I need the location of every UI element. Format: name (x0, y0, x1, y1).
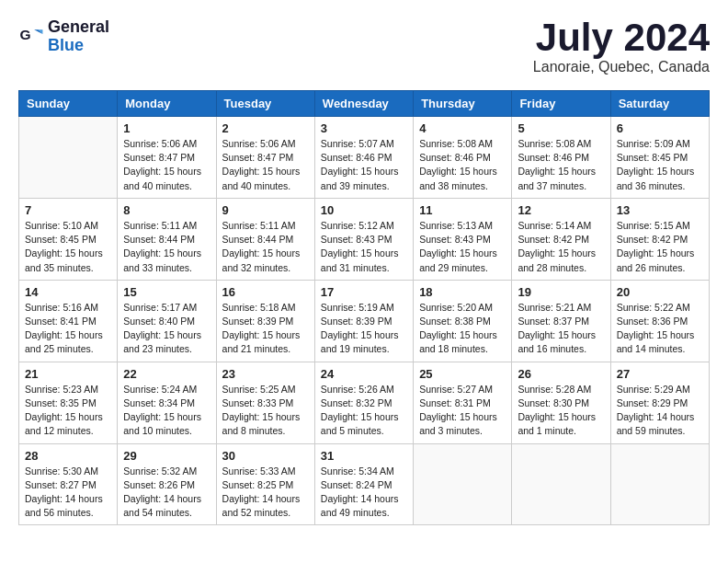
day-number: 11 (419, 203, 506, 217)
day-number: 23 (222, 367, 309, 381)
day-info: Sunrise: 5:06 AM Sunset: 8:47 PM Dayligh… (123, 137, 210, 193)
day-number: 13 (617, 203, 703, 217)
day-info: Sunrise: 5:27 AM Sunset: 8:31 PM Dayligh… (419, 383, 506, 439)
day-number: 24 (321, 367, 407, 381)
calendar-cell: 24Sunrise: 5:26 AM Sunset: 8:32 PM Dayli… (314, 362, 413, 443)
calendar-cell: 15Sunrise: 5:17 AM Sunset: 8:40 PM Dayli… (118, 280, 216, 362)
calendar-cell (414, 443, 512, 525)
calendar-cell: 8Sunrise: 5:11 AM Sunset: 8:44 PM Daylig… (118, 198, 216, 280)
calendar-cell: 28Sunrise: 5:30 AM Sunset: 8:27 PM Dayli… (19, 443, 118, 525)
day-number: 14 (25, 285, 111, 299)
day-number: 22 (123, 367, 210, 381)
day-number: 18 (419, 285, 506, 299)
day-info: Sunrise: 5:29 AM Sunset: 8:29 PM Dayligh… (617, 383, 703, 439)
day-number: 20 (617, 285, 703, 299)
calendar-cell: 22Sunrise: 5:24 AM Sunset: 8:34 PM Dayli… (118, 362, 216, 443)
calendar-cell: 17Sunrise: 5:19 AM Sunset: 8:39 PM Dayli… (314, 280, 413, 362)
day-number: 27 (617, 367, 703, 381)
day-info: Sunrise: 5:34 AM Sunset: 8:24 PM Dayligh… (321, 465, 407, 521)
day-info: Sunrise: 5:28 AM Sunset: 8:30 PM Dayligh… (518, 383, 604, 439)
day-number: 2 (222, 121, 309, 135)
col-monday: Monday (118, 91, 216, 117)
calendar-cell: 9Sunrise: 5:11 AM Sunset: 8:44 PM Daylig… (216, 198, 314, 280)
calendar-cell: 27Sunrise: 5:29 AM Sunset: 8:29 PM Dayli… (610, 362, 709, 443)
calendar-cell (512, 443, 610, 525)
day-number: 19 (518, 285, 604, 299)
calendar-cell: 5Sunrise: 5:08 AM Sunset: 8:46 PM Daylig… (512, 117, 610, 199)
calendar-cell: 18Sunrise: 5:20 AM Sunset: 8:38 PM Dayli… (414, 280, 512, 362)
title-section: July 2024 Lanoraie, Quebec, Canada (533, 18, 710, 75)
day-info: Sunrise: 5:10 AM Sunset: 8:45 PM Dayligh… (25, 219, 111, 275)
calendar-cell (610, 443, 709, 525)
day-number: 31 (321, 449, 407, 463)
week-row-5: 28Sunrise: 5:30 AM Sunset: 8:27 PM Dayli… (19, 443, 710, 525)
logo-icon: G (18, 24, 44, 50)
calendar-cell: 31Sunrise: 5:34 AM Sunset: 8:24 PM Dayli… (314, 443, 413, 525)
calendar-cell: 11Sunrise: 5:13 AM Sunset: 8:43 PM Dayli… (414, 198, 512, 280)
day-number: 5 (518, 121, 604, 135)
calendar-table: Sunday Monday Tuesday Wednesday Thursday… (18, 90, 710, 525)
day-info: Sunrise: 5:16 AM Sunset: 8:41 PM Dayligh… (25, 301, 111, 357)
day-number: 6 (617, 121, 703, 135)
header-row: Sunday Monday Tuesday Wednesday Thursday… (19, 91, 710, 117)
day-info: Sunrise: 5:25 AM Sunset: 8:33 PM Dayligh… (222, 383, 309, 439)
day-number: 1 (123, 121, 210, 135)
calendar-cell: 30Sunrise: 5:33 AM Sunset: 8:25 PM Dayli… (216, 443, 314, 525)
day-info: Sunrise: 5:33 AM Sunset: 8:25 PM Dayligh… (222, 465, 309, 521)
calendar-cell: 12Sunrise: 5:14 AM Sunset: 8:42 PM Dayli… (512, 198, 610, 280)
logo: G General Blue (18, 18, 109, 55)
calendar-cell: 7Sunrise: 5:10 AM Sunset: 8:45 PM Daylig… (19, 198, 118, 280)
calendar-cell: 13Sunrise: 5:15 AM Sunset: 8:42 PM Dayli… (610, 198, 709, 280)
page-header: G General Blue July 2024 Lanoraie, Quebe… (18, 18, 710, 75)
calendar-cell: 25Sunrise: 5:27 AM Sunset: 8:31 PM Dayli… (414, 362, 512, 443)
day-number: 21 (25, 367, 111, 381)
day-info: Sunrise: 5:07 AM Sunset: 8:46 PM Dayligh… (321, 137, 407, 193)
day-info: Sunrise: 5:22 AM Sunset: 8:36 PM Dayligh… (617, 301, 703, 357)
day-info: Sunrise: 5:08 AM Sunset: 8:46 PM Dayligh… (518, 137, 604, 193)
calendar-cell: 26Sunrise: 5:28 AM Sunset: 8:30 PM Dayli… (512, 362, 610, 443)
logo-blue: Blue (48, 36, 84, 54)
day-number: 28 (25, 449, 111, 463)
svg-text:G: G (20, 27, 31, 42)
calendar-cell: 29Sunrise: 5:32 AM Sunset: 8:26 PM Dayli… (118, 443, 216, 525)
day-info: Sunrise: 5:06 AM Sunset: 8:47 PM Dayligh… (222, 137, 309, 193)
day-info: Sunrise: 5:23 AM Sunset: 8:35 PM Dayligh… (25, 383, 111, 439)
logo-general: General (48, 17, 109, 36)
day-info: Sunrise: 5:24 AM Sunset: 8:34 PM Dayligh… (123, 383, 210, 439)
day-info: Sunrise: 5:14 AM Sunset: 8:42 PM Dayligh… (518, 219, 604, 275)
day-number: 17 (321, 285, 407, 299)
day-info: Sunrise: 5:21 AM Sunset: 8:37 PM Dayligh… (518, 301, 604, 357)
calendar-cell: 23Sunrise: 5:25 AM Sunset: 8:33 PM Dayli… (216, 362, 314, 443)
day-number: 26 (518, 367, 604, 381)
calendar-cell: 20Sunrise: 5:22 AM Sunset: 8:36 PM Dayli… (610, 280, 709, 362)
day-info: Sunrise: 5:08 AM Sunset: 8:46 PM Dayligh… (419, 137, 506, 193)
location-title: Lanoraie, Quebec, Canada (533, 59, 710, 75)
calendar-cell: 6Sunrise: 5:09 AM Sunset: 8:45 PM Daylig… (610, 117, 709, 199)
col-wednesday: Wednesday (314, 91, 413, 117)
calendar-cell: 2Sunrise: 5:06 AM Sunset: 8:47 PM Daylig… (216, 117, 314, 199)
day-number: 7 (25, 203, 111, 217)
col-sunday: Sunday (19, 91, 118, 117)
day-number: 10 (321, 203, 407, 217)
day-number: 12 (518, 203, 604, 217)
week-row-3: 14Sunrise: 5:16 AM Sunset: 8:41 PM Dayli… (19, 280, 710, 362)
day-info: Sunrise: 5:09 AM Sunset: 8:45 PM Dayligh… (617, 137, 703, 193)
day-info: Sunrise: 5:19 AM Sunset: 8:39 PM Dayligh… (321, 301, 407, 357)
col-saturday: Saturday (610, 91, 709, 117)
calendar-cell (19, 117, 118, 199)
day-info: Sunrise: 5:11 AM Sunset: 8:44 PM Dayligh… (222, 219, 309, 275)
day-info: Sunrise: 5:13 AM Sunset: 8:43 PM Dayligh… (419, 219, 506, 275)
day-number: 8 (123, 203, 210, 217)
day-info: Sunrise: 5:30 AM Sunset: 8:27 PM Dayligh… (25, 465, 111, 521)
day-info: Sunrise: 5:11 AM Sunset: 8:44 PM Dayligh… (123, 219, 210, 275)
calendar-cell: 4Sunrise: 5:08 AM Sunset: 8:46 PM Daylig… (414, 117, 512, 199)
day-number: 30 (222, 449, 309, 463)
calendar-cell: 10Sunrise: 5:12 AM Sunset: 8:43 PM Dayli… (314, 198, 413, 280)
calendar-cell: 19Sunrise: 5:21 AM Sunset: 8:37 PM Dayli… (512, 280, 610, 362)
calendar-cell: 14Sunrise: 5:16 AM Sunset: 8:41 PM Dayli… (19, 280, 118, 362)
day-number: 25 (419, 367, 506, 381)
day-number: 15 (123, 285, 210, 299)
col-tuesday: Tuesday (216, 91, 314, 117)
week-row-4: 21Sunrise: 5:23 AM Sunset: 8:35 PM Dayli… (19, 362, 710, 443)
day-number: 29 (123, 449, 210, 463)
